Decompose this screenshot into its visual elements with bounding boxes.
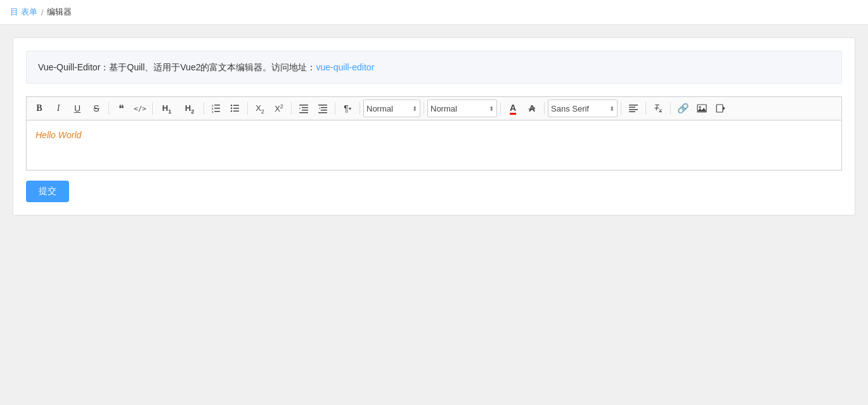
svg-rect-18 [321,107,327,108]
svg-rect-20 [318,112,327,113]
svg-point-10 [231,108,232,109]
svg-marker-21 [319,108,320,109]
svg-rect-13 [302,107,308,108]
indent-left-icon [318,103,328,113]
info-bar: Vue-Quill-Editor：基于Quill、适用于Vue2的富文本编辑器。… [26,51,842,84]
header-select[interactable]: Normal H1 H2 H3 H4 H5 H6 [431,104,494,113]
svg-rect-1 [214,108,220,109]
blockquote-button[interactable]: ❝ [112,100,130,117]
svg-rect-14 [302,110,308,111]
header-select-wrapper[interactable]: Normal H1 H2 H3 H4 H5 H6 ⬍ [427,100,497,117]
direction-button[interactable]: ¶ ▾ [339,100,356,117]
separator-8 [424,102,424,115]
info-bar-link[interactable]: vue-quill-editor [316,62,374,72]
info-bar-text: Vue-Quill-Editor：基于Quill、适用于Vue2的富文本编辑器。… [38,62,316,72]
svg-point-11 [231,110,232,112]
align-button[interactable] [625,100,642,117]
separator-5 [291,102,292,115]
svg-point-9 [231,105,232,106]
separator-2 [152,102,153,115]
h2-button[interactable]: H2 [179,100,200,117]
bold-button[interactable]: B [30,100,48,117]
separator-4 [247,102,248,115]
video-icon [716,103,726,113]
separator-13 [670,102,671,115]
separator-9 [500,102,501,115]
h1-button[interactable]: H1 [156,100,178,117]
background-color-button[interactable]: A [523,100,541,117]
font-select-wrapper[interactable]: Sans Serif Serif Monospace ⬍ [548,100,618,117]
separator-1 [108,102,109,115]
separator-11 [621,102,621,115]
svg-rect-23 [629,107,635,108]
svg-point-27 [699,106,701,108]
align-icon [628,103,638,113]
svg-marker-28 [697,108,706,112]
ordered-list-button[interactable]: 1. 2. 3. [207,100,225,117]
submit-button[interactable]: 提交 [26,181,69,202]
svg-rect-22 [629,105,638,106]
editor-card: Vue-Quill-Editor：基于Quill、适用于Vue2的富文本编辑器。… [13,37,855,215]
editor-text: Hello World [36,130,81,140]
indent-right-icon [299,103,309,113]
svg-rect-0 [214,105,220,106]
svg-text:3.: 3. [212,110,214,113]
video-button[interactable] [712,100,730,117]
breadcrumb-separator: / [41,8,44,17]
strike-button[interactable]: S [87,100,105,117]
indent-left-button[interactable] [314,100,332,117]
svg-rect-6 [233,105,239,106]
svg-rect-12 [299,105,308,106]
image-icon [697,103,707,113]
editor-content[interactable]: Hello World [26,120,842,170]
svg-rect-8 [233,111,239,112]
separator-6 [335,102,335,115]
link-button[interactable]: 🔗 [674,100,692,117]
ordered-list-icon: 1. 2. 3. [211,103,221,113]
bullet-list-button[interactable] [226,100,244,117]
separator-12 [645,102,646,115]
font-select[interactable]: Sans Serif Serif Monospace [551,104,614,113]
svg-marker-16 [299,108,301,109]
separator-7 [360,102,360,115]
svg-rect-7 [233,108,239,109]
clear-format-button[interactable]: Tx [649,100,667,117]
svg-rect-2 [214,111,220,112]
bullet-list-icon [230,103,240,113]
image-button[interactable] [693,100,711,117]
svg-rect-15 [299,112,308,113]
indent-right-button[interactable] [295,100,313,117]
main-container: Vue-Quill-Editor：基于Quill、适用于Vue2的富文本编辑器。… [0,25,868,228]
underline-button[interactable]: U [68,100,86,117]
svg-marker-30 [723,106,725,110]
font-color-button[interactable]: A [504,100,522,117]
code-button[interactable]: </> [131,100,149,117]
svg-rect-29 [716,105,723,112]
breadcrumb-home[interactable]: 目 表单 [10,6,37,18]
superscript-button[interactable]: X2 [270,100,288,117]
svg-rect-17 [318,105,327,106]
editor-toolbar: B I U S ❝ </> [26,96,842,120]
separator-3 [204,102,204,115]
breadcrumb-current: 编辑器 [47,6,72,18]
size-select[interactable]: Normal Small Large Huge [366,104,417,113]
separator-10 [544,102,545,115]
svg-rect-19 [321,110,327,111]
breadcrumb: 目 表单 / 编辑器 [0,0,868,25]
svg-rect-25 [629,112,635,113]
italic-button[interactable]: I [49,100,67,117]
subscript-button[interactable]: X2 [251,100,269,117]
size-select-wrapper[interactable]: Normal Small Large Huge ⬍ [363,100,420,117]
svg-rect-24 [629,109,638,110]
